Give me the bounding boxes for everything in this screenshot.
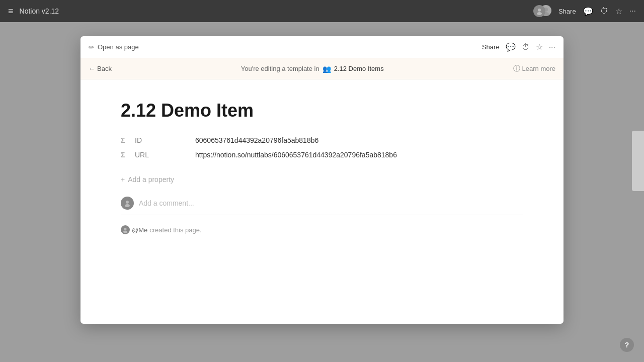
property-row-id[interactable]: Σ ID 6060653761d44392a20796fa5ab818b6 — [121, 133, 523, 148]
page-title: 2.12 Demo Item — [121, 100, 523, 121]
learn-more-button[interactable]: ⓘ Learn more — [513, 64, 555, 73]
property-label-url: URL — [135, 151, 195, 159]
svg-point-7 — [123, 231, 127, 233]
app-bar-right: Share 💬 ⏱ ☆ ··· — [533, 5, 636, 17]
svg-point-4 — [126, 201, 129, 204]
created-avatar — [121, 225, 130, 234]
pencil-icon: ✏ — [89, 43, 95, 51]
modal-more-icon[interactable]: ··· — [549, 43, 555, 52]
app-title: Notion v2.12 — [20, 7, 59, 15]
sigma-icon-id: Σ — [121, 136, 131, 144]
svg-point-0 — [538, 9, 541, 12]
app-more-icon[interactable]: ··· — [629, 7, 636, 16]
database-name[interactable]: 2.12 Demo Items — [334, 65, 384, 72]
property-value-url: https://notion.so/nuttlabs/6060653761d44… — [195, 151, 397, 159]
back-arrow-icon: ← — [89, 65, 95, 72]
svg-point-5 — [125, 204, 130, 207]
modal-star-icon[interactable]: ☆ — [536, 42, 543, 52]
template-bar: ← Back You're editing a template in 👥 2.… — [80, 58, 564, 79]
property-value-id: 6060653761d44392a20796fa5ab818b6 — [195, 136, 318, 144]
back-label: Back — [97, 65, 112, 72]
property-label-id: ID — [135, 136, 195, 144]
modal-topbar-actions: Share 💬 ⏱ ☆ ··· — [482, 42, 555, 52]
add-property-label: Add a property — [128, 175, 174, 184]
learn-more-label: Learn more — [522, 65, 555, 72]
app-timer-icon[interactable]: ⏱ — [600, 7, 608, 16]
app-share-button[interactable]: Share — [558, 8, 576, 15]
right-partial-panel — [632, 131, 644, 191]
sigma-icon-url: Σ — [121, 151, 131, 159]
back-button[interactable]: ← Back — [89, 65, 112, 72]
help-button[interactable]: ? — [620, 338, 634, 352]
comment-placeholder[interactable]: Add a comment... — [139, 199, 194, 207]
property-row-url[interactable]: Σ URL https://notion.so/nuttlabs/6060653… — [121, 148, 523, 162]
comment-section: Add a comment... — [121, 197, 523, 215]
svg-point-1 — [537, 12, 542, 15]
svg-point-6 — [124, 228, 127, 230]
menu-icon[interactable]: ≡ — [8, 6, 14, 17]
comment-input-row[interactable]: Add a comment... — [121, 197, 523, 215]
app-star-icon[interactable]: ☆ — [615, 7, 622, 16]
modal-timer-icon[interactable]: ⏱ — [522, 43, 530, 52]
add-property-button[interactable]: + Add a property — [121, 172, 523, 187]
open-as-page-label: Open as page — [98, 43, 139, 51]
avatar-group — [533, 5, 551, 17]
modal-content: 2.12 Demo Item Σ ID 6060653761d44392a207… — [80, 79, 564, 324]
modal-share-button[interactable]: Share — [482, 43, 500, 51]
app-comment-icon[interactable]: 💬 — [583, 7, 593, 16]
app-bar: ≡ Notion v2.12 Share 💬 ⏱ ☆ ··· — [0, 0, 644, 22]
created-by: @Me created this page. — [121, 225, 523, 234]
properties-section: Σ ID 6060653761d44392a20796fa5ab818b6 Σ … — [121, 133, 523, 162]
modal-dialog: ✏ Open as page Share 💬 ⏱ ☆ ··· ← Back Yo… — [80, 36, 564, 324]
modal-topbar: ✏ Open as page Share 💬 ⏱ ☆ ··· — [80, 36, 564, 58]
info-icon: ⓘ — [513, 64, 520, 73]
avatar-primary — [533, 5, 545, 17]
plus-icon: + — [121, 175, 125, 184]
modal-comment-icon[interactable]: 💬 — [506, 42, 516, 52]
open-as-page-button[interactable]: ✏ Open as page — [89, 43, 139, 51]
created-by-me: @Me — [132, 226, 147, 234]
created-by-text: created this page. — [149, 226, 201, 234]
editing-text: You're editing a template in — [241, 65, 319, 72]
comment-avatar — [121, 197, 134, 210]
database-icon: 👥 — [323, 65, 331, 73]
template-info: You're editing a template in 👥 2.12 Demo… — [112, 65, 513, 73]
